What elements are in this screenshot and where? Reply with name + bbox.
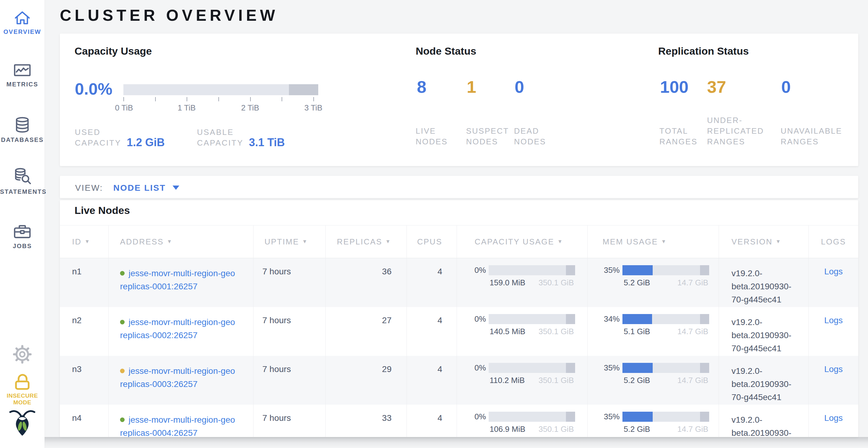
column-header-cpus[interactable]: CPUS bbox=[407, 225, 457, 258]
sidebar-item-label: STATEMENTS bbox=[0, 188, 44, 195]
view-label: VIEW: bbox=[75, 183, 103, 193]
node-address-link[interactable]: jesse-movr-multi-region-geo replicas-000… bbox=[120, 269, 235, 291]
axis-tick-label: 0 TiB bbox=[115, 103, 133, 113]
sidebar-item-statements[interactable]: STATEMENTS bbox=[0, 167, 44, 195]
replication-status-heading: Replication Status bbox=[658, 45, 749, 57]
logs-link[interactable]: Logs bbox=[824, 316, 843, 325]
axis-tick-label: 3 TiB bbox=[304, 103, 322, 113]
sort-icon: ▼ bbox=[661, 239, 667, 245]
column-header-version[interactable]: VERSION▼ bbox=[719, 225, 809, 258]
cluster-summary-card: Capacity Usage 0.0% 0 TiB 1 TiB 2 TiB 3 … bbox=[60, 34, 858, 166]
bottom-scroll-shadow bbox=[0, 437, 868, 448]
version-cell: v19.2.0- beta.20190930- 70-g445ec41 bbox=[719, 405, 809, 437]
node-id-cell: n1 bbox=[60, 258, 109, 307]
open-lock-icon bbox=[0, 371, 44, 391]
gear-icon bbox=[0, 344, 44, 365]
node-address-link[interactable]: jesse-movr-multi-region-geo replicas-000… bbox=[120, 317, 235, 340]
sort-icon: ▼ bbox=[557, 239, 563, 245]
memory-meter bbox=[622, 363, 709, 373]
cpus-cell: 4 bbox=[407, 258, 457, 307]
sort-icon: ▼ bbox=[302, 239, 308, 245]
node-id-cell: n3 bbox=[60, 356, 109, 405]
under-replicated-ranges-value: 37 bbox=[707, 77, 726, 97]
replicas-cell: 27 bbox=[326, 307, 407, 356]
sort-icon: ▼ bbox=[85, 239, 90, 245]
node-address-link[interactable]: jesse-movr-multi-region-geo replicas-000… bbox=[120, 415, 235, 437]
memory-meter bbox=[622, 412, 709, 422]
sidebar-item-databases[interactable]: DATABASES bbox=[0, 116, 44, 143]
settings-gear-button[interactable] bbox=[0, 344, 44, 365]
version-cell: v19.2.0- beta.20190930- 70-g445ec41 bbox=[719, 258, 809, 307]
suspect-nodes-value: 1 bbox=[467, 77, 476, 97]
capacity-bar-chart: 0 TiB 1 TiB 2 TiB 3 TiB bbox=[123, 84, 318, 112]
column-header-replicas[interactable]: REPLICAS▼ bbox=[326, 225, 407, 258]
capacity-usage-heading: Capacity Usage bbox=[74, 45, 152, 57]
node-status-dot bbox=[120, 417, 125, 422]
node-address-link[interactable]: jesse-movr-multi-region-geo replicas-000… bbox=[120, 366, 235, 389]
live-nodes-label: LIVE NODES bbox=[416, 126, 448, 147]
logs-cell: Logs bbox=[809, 258, 858, 307]
chevron-down-icon bbox=[173, 185, 179, 190]
live-nodes-value: 8 bbox=[417, 77, 426, 97]
column-header-logs: LOGS bbox=[809, 225, 858, 258]
unavailable-ranges-value: 0 bbox=[781, 77, 791, 97]
logs-cell: Logs bbox=[809, 405, 858, 437]
dead-nodes-value: 0 bbox=[515, 77, 524, 97]
capacity-meter bbox=[489, 412, 575, 422]
used-capacity-value: 1.2 GiB bbox=[127, 136, 165, 149]
sidebar: OVERVIEW METRICS DATABASES bbox=[0, 0, 44, 448]
insecure-mode-indicator: INSECURE MODE bbox=[0, 371, 44, 406]
capacity-axis-labels: 0 TiB 1 TiB 2 TiB 3 TiB bbox=[123, 103, 318, 112]
replicas-cell: 33 bbox=[326, 405, 407, 437]
column-header-mem-usage[interactable]: MEM USAGE▼ bbox=[588, 225, 719, 258]
mem-usage-cell: 35% 5.2 GiB14.7 GiB bbox=[588, 405, 719, 437]
cpus-cell: 4 bbox=[407, 356, 457, 405]
sidebar-item-metrics[interactable]: METRICS bbox=[0, 62, 44, 88]
node-id-cell: n4 bbox=[60, 405, 109, 437]
node-status-dot bbox=[120, 271, 125, 276]
replicas-cell: 36 bbox=[326, 258, 407, 307]
logs-link[interactable]: Logs bbox=[824, 413, 843, 423]
sidebar-item-label: OVERVIEW bbox=[0, 28, 44, 35]
node-status-dot bbox=[120, 320, 125, 324]
version-cell: v19.2.0- beta.20190930- 70-g445ec41 bbox=[719, 356, 809, 405]
sidebar-item-label: DATABASES bbox=[0, 136, 44, 143]
axis-tick-label: 2 TiB bbox=[241, 103, 259, 113]
view-dropdown[interactable]: NODE LIST bbox=[113, 183, 179, 193]
uptime-cell: 7 hours bbox=[253, 258, 326, 307]
table-row: n1 jesse-movr-multi-region-geo replicas-… bbox=[60, 258, 858, 307]
node-address-cell: jesse-movr-multi-region-geo replicas-000… bbox=[109, 405, 253, 437]
column-header-address[interactable]: ADDRESS▼ bbox=[109, 225, 253, 258]
logs-link[interactable]: Logs bbox=[824, 365, 843, 374]
logs-cell: Logs bbox=[809, 356, 858, 405]
table-header-row: ID▼ ADDRESS▼ UPTIME▼ REPLICAS▼ CPUS CAPA… bbox=[60, 225, 858, 258]
column-header-capacity-usage[interactable]: CAPACITY USAGE▼ bbox=[457, 225, 588, 258]
sidebar-item-jobs[interactable]: JOBS bbox=[0, 223, 44, 250]
capacity-usage-cell: 0% 140.5 MiB350.1 GiB bbox=[457, 307, 588, 356]
capacity-percent: 0.0% bbox=[75, 79, 113, 98]
table-row: n4 jesse-movr-multi-region-geo replicas-… bbox=[60, 405, 858, 437]
capacity-axis-ticks bbox=[123, 97, 318, 102]
cpus-cell: 4 bbox=[407, 405, 457, 437]
column-header-uptime[interactable]: UPTIME▼ bbox=[253, 225, 326, 258]
sidebar-item-label: METRICS bbox=[0, 81, 44, 88]
live-nodes-table: ID▼ ADDRESS▼ UPTIME▼ REPLICAS▼ CPUS CAPA… bbox=[60, 225, 858, 437]
sidebar-item-overview[interactable]: OVERVIEW bbox=[0, 9, 44, 35]
version-cell: v19.2.0- beta.20190930- 70-g445ec41 bbox=[719, 307, 809, 356]
home-icon bbox=[0, 9, 44, 26]
mem-usage-cell: 34% 5.1 GiB14.7 GiB bbox=[588, 307, 719, 356]
column-header-id[interactable]: ID▼ bbox=[60, 225, 109, 258]
capacity-bar-reserved-segment bbox=[289, 84, 318, 95]
logs-link[interactable]: Logs bbox=[824, 267, 843, 276]
node-address-cell: jesse-movr-multi-region-geo replicas-000… bbox=[109, 356, 253, 405]
mem-usage-cell: 35% 5.2 GiB14.7 GiB bbox=[588, 258, 719, 307]
capacity-usage-cell: 0% 110.2 MiB350.1 GiB bbox=[457, 356, 588, 405]
unavailable-ranges-label: UNAVAILABLE RANGES bbox=[781, 126, 842, 147]
mem-usage-cell: 35% 5.2 GiB14.7 GiB bbox=[588, 356, 719, 405]
sort-icon: ▼ bbox=[385, 239, 391, 245]
used-capacity-stat: USED CAPACITY 1.2 GiB bbox=[75, 127, 165, 148]
dead-nodes-label: DEAD NODES bbox=[514, 126, 546, 147]
capacity-meter bbox=[489, 363, 575, 373]
memory-meter bbox=[622, 314, 709, 324]
logs-cell: Logs bbox=[809, 307, 858, 356]
